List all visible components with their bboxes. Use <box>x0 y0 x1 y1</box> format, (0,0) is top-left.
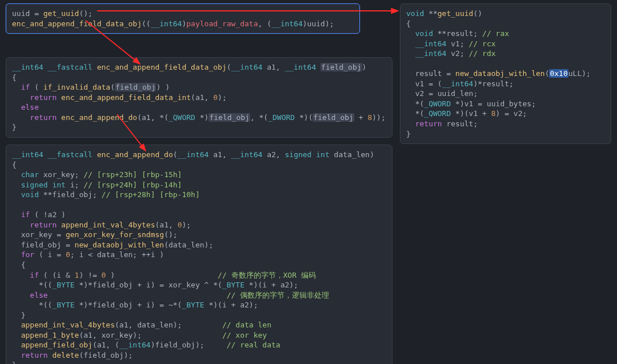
code-line: v2 = uuid_len; <box>406 89 605 99</box>
code-token: ; <box>531 99 536 108</box>
code-token: () <box>473 9 482 18</box>
code-token: (a1, data_len); <box>115 321 182 329</box>
code-token: // 偶数序的字节，逻辑非处理 <box>227 291 329 299</box>
code-token: get_uuid <box>43 9 79 18</box>
code-token: *(( <box>12 301 52 309</box>
code-token: // rax <box>482 29 509 38</box>
code-line: append_1_byte(a1, xor_key); // xor key <box>12 330 386 341</box>
code-line: uuid = get_uuid(); <box>12 9 354 19</box>
code-line: } <box>12 310 386 321</box>
code-token: ); <box>182 221 191 229</box>
code-line: __int64 v2; // rdx <box>406 49 605 59</box>
code-token: uuid_len <box>438 89 474 98</box>
code-line: v1 = (__int64)*result; <box>406 79 605 89</box>
code-line: void **get_uuid() <box>406 9 605 19</box>
code-token: _BYTE <box>182 301 209 309</box>
code-token: __int64 __fastcall <box>12 63 97 71</box>
code-token: __int64 <box>285 63 320 71</box>
code-token <box>12 181 21 189</box>
code-token: signed int <box>21 181 70 189</box>
code-token: ( (i & <box>39 271 75 279</box>
code-token: (a1, <box>155 221 177 229</box>
code-token: // real data <box>227 341 281 349</box>
code-token: signed int <box>285 150 334 159</box>
code-token: payload_raw_data <box>186 19 258 28</box>
code-token: ) <box>303 19 307 28</box>
code-line: __int64 __fastcall enc_and_append_field_… <box>12 62 386 73</box>
code-token: // [rsp+23h] [rbp-15h] <box>83 170 182 179</box>
code-token: uuid_bytes <box>487 99 531 108</box>
code-token: v1 = ( <box>406 79 442 88</box>
code-line: return enc_and_append_do(a1, *(_QWORD *)… <box>12 113 386 123</box>
code-line: { <box>12 260 386 270</box>
code-token: uLL); <box>568 69 591 78</box>
code-line: __int64 __fastcall enc_and_append_do(__i… <box>12 150 386 160</box>
code-line: } <box>12 360 386 364</box>
code-token: , <box>276 150 285 159</box>
code-token: __int64 <box>231 150 267 159</box>
code-line: return enc_and_append_field_data_int(a1,… <box>12 93 386 103</box>
code-token: enc_and_append_field_data_int <box>61 93 191 102</box>
code-token: xor_key <box>21 230 57 239</box>
code-token: uuid <box>307 19 325 28</box>
code-token: _DWORD <box>268 113 299 122</box>
code-token: )); <box>372 113 385 122</box>
code-line: void **result; // rax <box>406 29 605 39</box>
code-token <box>12 83 21 91</box>
code-token <box>406 119 415 128</box>
code-token: __int64 <box>119 341 151 349</box>
code-line: __int64 v1; // rcx <box>406 39 605 49</box>
code-line: append_int_val_4bytes(a1, data_len); // … <box>12 320 386 330</box>
code-token: ; <box>473 89 478 98</box>
code-line: *((_BYTE *)*field_obj + i) = xor_key ^ *… <box>12 280 386 290</box>
code-line: field_obj = new_dataobj_with_len(data_le… <box>12 240 386 250</box>
code-token: = <box>34 9 43 18</box>
code-token: data_len <box>334 150 370 159</box>
code-panel-1[interactable]: uuid = get_uuid();enc_and_append_field_d… <box>6 3 360 34</box>
code-token: // 奇数序的字节，XOR 编码 <box>218 271 316 279</box>
code-token: _BYTE <box>222 281 249 289</box>
code-token: { <box>12 161 17 169</box>
code-token: ( <box>173 150 178 159</box>
code-token: // rcx <box>469 39 496 48</box>
code-token: return <box>30 113 57 122</box>
code-token: (( <box>142 19 151 28</box>
code-token <box>12 190 21 199</box>
code-token: *(( <box>12 281 52 289</box>
code-token: } <box>12 123 17 131</box>
code-token: ; <box>460 49 469 58</box>
code-token <box>12 351 21 359</box>
code-panel-3[interactable]: __int64 __fastcall enc_and_append_do(__i… <box>6 145 392 364</box>
code-token: __int64 <box>415 39 451 48</box>
code-line: result = new_dataobj_with_len(0x10uLL); <box>406 69 605 79</box>
code-token: result = <box>406 69 455 78</box>
code-token: xor_key <box>43 170 75 179</box>
code-token: result; <box>442 119 478 128</box>
code-token: ) <box>362 63 367 71</box>
code-token <box>48 291 227 299</box>
code-token <box>12 331 21 339</box>
code-panel-2[interactable]: __int64 __fastcall enc_and_append_field_… <box>6 57 392 138</box>
code-token: char <box>21 170 43 179</box>
code-token: __int64 <box>415 49 451 58</box>
code-token: field_obj <box>21 241 66 249</box>
code-token: for <box>21 250 34 259</box>
code-token: ) ) <box>156 83 169 91</box>
code-token: __int64 <box>178 150 214 159</box>
code-token <box>12 170 21 179</box>
code-panel-4[interactable]: void **get_uuid(){ void **result; // rax… <box>400 3 611 144</box>
code-token <box>12 241 21 249</box>
code-line: return delete(field_obj); <box>12 350 386 361</box>
code-token <box>406 29 415 38</box>
code-token: *( <box>406 109 424 118</box>
code-token: ) = v2; <box>496 109 527 118</box>
code-line: xor_key = gen_xor_key_for_sndmsg(); <box>12 230 386 240</box>
code-token: { <box>12 261 25 269</box>
code-token: field_obj <box>209 113 250 122</box>
code-token <box>12 221 30 229</box>
code-token: ) != <box>79 271 101 279</box>
code-token: ( <box>30 83 43 91</box>
code-token: } <box>12 311 25 319</box>
code-token: // [rsp+28h] [rbp-10h] <box>102 190 200 199</box>
code-token: gen_xor_key_for_sndmsg <box>66 230 164 239</box>
